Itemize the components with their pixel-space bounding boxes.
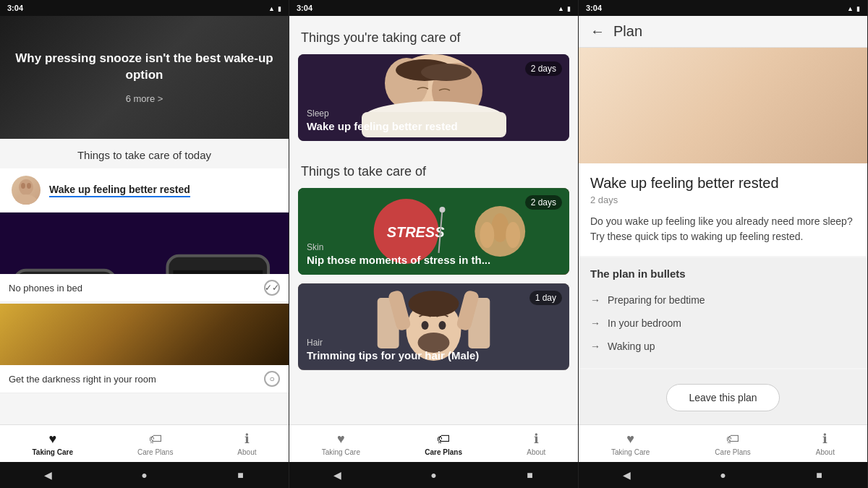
nav-label-taking-care-3: Taking Care [611, 448, 650, 456]
svg-rect-27 [87, 314, 203, 340]
svg-point-0 [19, 179, 33, 195]
sleep-card[interactable]: 2 days Sleep Wake up feeling better rest… [298, 54, 569, 141]
bottom-nav-2: ♥ Taking Care 🏷 Care Plans ℹ About [289, 424, 578, 462]
svg-rect-15 [141, 221, 199, 263]
status-bar-2: 3:04 [289, 0, 578, 16]
task-darkness-check[interactable]: ○ [264, 371, 280, 387]
nav-taking-care-3[interactable]: ♥ Taking Care [611, 432, 650, 456]
svg-rect-59 [579, 48, 867, 163]
panel-1: 3:04 Why pressing snooze isn't the best … [0, 0, 289, 488]
hero-section[interactable]: Why pressing snooze isn't the best wake-… [0, 16, 289, 139]
nav-about-2[interactable]: ℹ About [527, 431, 545, 456]
stress-card[interactable]: STRESS 2 days Skin Nip those moments of … [298, 188, 569, 275]
info-icon-3: ℹ [822, 431, 827, 447]
bottom-nav-3: ♥ Taking Care 🏷 Care Plans ℹ About [579, 424, 867, 462]
hair-card[interactable]: 1 day Hair Trimming tips for your hair (… [298, 283, 569, 370]
bullet-text-1: In your bedroom [608, 317, 681, 329]
svg-rect-29 [130, 307, 159, 314]
recent-btn-3[interactable]: ■ [812, 468, 827, 482]
task-darkness-label-row: Get the darkness right in your room ○ [0, 365, 289, 393]
status-icons-3 [847, 4, 860, 12]
sleep-card-category: Sleep [307, 108, 561, 119]
task-phones[interactable]: 📱 📱 No phones in bed ✓ [0, 213, 289, 302]
android-nav-2: ◀ ● ■ [289, 462, 578, 488]
back-btn-1[interactable]: ◀ [41, 468, 56, 482]
wifi-icon-1 [268, 4, 275, 12]
nav-about-3[interactable]: ℹ About [816, 431, 835, 456]
nav-care-plans-3[interactable]: 🏷 Care Plans [715, 432, 750, 456]
back-arrow[interactable]: ← [590, 23, 605, 40]
task-phones-label: No phones in bed [9, 283, 82, 294]
nav-label-about-2: About [527, 448, 545, 456]
svg-point-65 [739, 64, 793, 119]
tag-icon-1: 🏷 [149, 432, 162, 447]
nav-care-plans-1[interactable]: 🏷 Care Plans [137, 432, 173, 456]
home-btn-3[interactable]: ● [716, 468, 731, 482]
svg-rect-22 [29, 329, 260, 340]
svg-rect-31 [93, 312, 129, 334]
section1-title: Things you're taking care of [289, 16, 578, 54]
nav-about-1[interactable]: ℹ About [237, 431, 256, 456]
task-darkness[interactable]: Get the darkness right in your room ○ [0, 304, 289, 393]
svg-rect-24 [217, 307, 246, 361]
svg-point-1 [14, 194, 38, 205]
leave-plan-button[interactable]: Leave this plan [666, 384, 779, 411]
svg-rect-8 [72, 216, 134, 267]
nav-care-plans-2[interactable]: 🏷 Care Plans [425, 432, 462, 456]
home-btn-1[interactable]: ● [137, 468, 152, 482]
recent-btn-2[interactable]: ■ [523, 468, 537, 482]
info-icon-2: ℹ [534, 431, 539, 447]
svg-rect-20 [29, 304, 260, 365]
bullet-item-1: → In your bedroom [590, 312, 856, 335]
svg-point-2 [21, 183, 25, 189]
svg-point-11 [72, 238, 116, 267]
svg-rect-30 [174, 309, 195, 328]
back-btn-3[interactable]: ◀ [620, 468, 634, 482]
svg-rect-21 [29, 333, 260, 365]
svg-point-62 [622, 66, 680, 124]
nav-taking-care-1[interactable]: ♥ Taking Care [32, 432, 73, 456]
home-btn-2[interactable]: ● [427, 468, 441, 482]
bullets-title: The plan in bullets [590, 267, 856, 280]
svg-rect-9 [75, 220, 132, 260]
nav-taking-care-2[interactable]: ♥ Taking Care [322, 432, 360, 456]
svg-rect-60 [579, 106, 867, 163]
stress-card-badge: 2 days [525, 195, 562, 210]
nav-label-about-1: About [237, 448, 256, 456]
plan-hero-image [579, 48, 867, 163]
wifi-icon-2 [558, 4, 564, 12]
wifi-icon-3 [847, 4, 854, 12]
svg-rect-25 [33, 343, 257, 358]
back-btn-2[interactable]: ◀ [331, 468, 345, 482]
plan-description: Do you wake up feeling like you already … [590, 214, 856, 244]
svg-rect-16 [143, 225, 197, 257]
status-bar-3: 3:04 [579, 0, 867, 16]
panel1-scroll: Things to take care of today Wake up fee… [0, 139, 289, 424]
nav-label-care-plans-3: Care Plans [715, 448, 750, 456]
section2-title: Things to take care of [289, 150, 578, 188]
panel3-content: Wake up feeling better rested 2 days Do … [579, 48, 867, 424]
svg-rect-4 [29, 213, 260, 274]
svg-point-58 [409, 291, 459, 317]
sleep-card-title: Wake up feeling better rested [307, 120, 561, 132]
svg-rect-19 [212, 222, 251, 261]
nav-label-about-3: About [816, 448, 835, 456]
status-icons-1 [268, 4, 281, 12]
avatar-task[interactable]: Wake up feeling better rested [0, 168, 289, 213]
svg-point-55 [422, 321, 429, 330]
avatar-label: Wake up feeling better rested [49, 184, 190, 197]
task-phones-check[interactable]: ✓ [264, 280, 280, 296]
hero-more[interactable]: 6 more > [126, 93, 163, 104]
status-time-3: 3:04 [586, 4, 602, 12]
nav-label-taking-care-2: Taking Care [322, 448, 360, 456]
plan-days: 2 days [590, 194, 856, 205]
svg-rect-18 [210, 218, 253, 267]
bullet-item-0: → Preparing for bedtime [590, 288, 856, 312]
android-nav-3: ◀ ● ■ [579, 462, 867, 488]
svg-point-68 [741, 111, 835, 151]
bullet-arrow-2: → [590, 341, 600, 352]
task-darkness-label: Get the darkness right in your room [9, 374, 156, 385]
recent-btn-1[interactable]: ■ [234, 468, 248, 482]
status-bar-1: 3:04 [0, 0, 289, 16]
svg-point-26 [87, 317, 203, 346]
